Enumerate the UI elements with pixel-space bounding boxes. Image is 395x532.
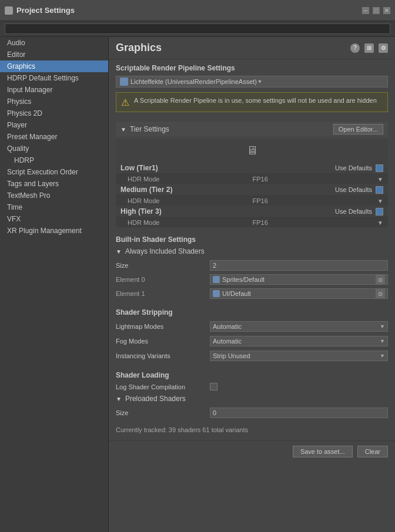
sidebar-item-hdrp[interactable]: HDRP [0, 154, 108, 166]
tier-low-hdr-value: FP16 [253, 176, 378, 183]
tier-low-checkbox[interactable] [376, 164, 383, 172]
unity-icon [5, 6, 13, 15]
shader-stripping-section: Shader Stripping Lightmap Modes Automati… [109, 305, 395, 368]
sidebar-item-graphics[interactable]: Graphics [0, 60, 108, 72]
element-1-picker-button[interactable]: ⊙ [376, 289, 385, 298]
size-input[interactable] [210, 260, 388, 271]
warning-text: A Scriptable Render Pipeline is in use, … [134, 96, 377, 105]
srp-asset-icon [120, 78, 128, 86]
content-area: Graphics ? ⊞ ⚙ Scriptable Render Pipelin… [109, 37, 395, 532]
element-1-picker[interactable]: UI/Default ⊙ [210, 288, 388, 299]
tier-high-hdr-value: FP16 [253, 219, 378, 226]
sidebar-item-quality[interactable]: Quality [0, 143, 108, 154]
srp-arrow: ▼ [257, 79, 384, 85]
sidebar-item-time[interactable]: Time [0, 201, 108, 213]
layout-icon[interactable]: ⊞ [364, 43, 374, 53]
tier-low-hdr-row: HDR Mode FP16 ▼ [116, 174, 388, 184]
sidebar-item-textmesh[interactable]: TextMesh Pro [0, 190, 108, 201]
clear-button[interactable]: Clear [357, 446, 388, 457]
tier-high-row: High (Tier 3) Use Defaults [116, 206, 388, 218]
sidebar-item-tags-layers[interactable]: Tags and Layers [0, 178, 108, 190]
preloaded-arrow[interactable]: ▼ [116, 396, 122, 402]
tier-low-label: Low (Tier1) [120, 164, 335, 172]
sidebar-item-script-execution[interactable]: Script Execution Order [0, 166, 108, 178]
tier-settings-label: Tier Settings [130, 125, 333, 133]
log-shader-row: Log Shader Compilation [116, 382, 388, 392]
srp-asset-name: Lichteffekte (UniversalRenderPipelineAss… [130, 78, 257, 85]
sidebar-item-vfx[interactable]: VFX [0, 213, 108, 225]
fog-row: Fog Modes Automatic ▼ [116, 335, 388, 348]
preloaded-label: Preloaded Shaders [125, 395, 186, 403]
sidebar-item-hdrp-default[interactable]: HDRP Default Settings [0, 72, 108, 84]
main-layout: Audio Editor Graphics HDRP Default Setti… [0, 37, 395, 532]
fog-dropdown[interactable]: Automatic ▼ [210, 336, 388, 346]
save-to-asset-button[interactable]: Save to asset... [293, 446, 353, 457]
monitor-area: 🖥 [116, 139, 388, 162]
element-0-icon [213, 276, 220, 283]
open-editor-button[interactable]: Open Editor... [333, 124, 383, 134]
fog-label: Fog Modes [116, 338, 210, 345]
element-0-row: Element 0 Sprites/Default ⊙ [116, 273, 388, 286]
instancing-dropdown[interactable]: Strip Unused ▼ [210, 351, 388, 361]
tier-low-hdr-label: HDR Mode [128, 176, 253, 183]
minimize-button[interactable]: ─ [362, 7, 369, 14]
page-title: Graphics [116, 42, 350, 54]
instancing-label: Instancing Variants [116, 352, 210, 359]
srp-asset-row: Lichteffekte (UniversalRenderPipelineAss… [116, 76, 388, 87]
tier-collapse-arrow[interactable]: ▼ [120, 126, 126, 133]
sidebar-item-preset-manager[interactable]: Preset Manager [0, 131, 108, 143]
sidebar-item-player[interactable]: Player [0, 119, 108, 131]
shader-loading-title: Shader Loading [116, 371, 388, 379]
tier-high-checkbox[interactable] [376, 208, 383, 216]
preloaded-size-input[interactable] [210, 408, 388, 418]
tier-low-defaults-label: Use Defaults [335, 164, 372, 171]
stripping-title: Shader Stripping [116, 308, 388, 316]
search-input[interactable] [5, 23, 390, 34]
srp-asset-picker[interactable]: Lichteffekte (UniversalRenderPipelineAss… [116, 76, 388, 87]
tier-high-defaults-label: Use Defaults [335, 208, 372, 215]
content-header: Graphics ? ⊞ ⚙ [109, 37, 395, 59]
warning-icon: ⚠ [121, 97, 129, 108]
lightmap-row: Lightmap Modes Automatic ▼ [116, 320, 388, 333]
tier-low-row: Low (Tier1) Use Defaults [116, 162, 388, 174]
window-controls: ─ □ ✕ [362, 7, 390, 14]
tier-medium-hdr-arrow: ▼ [377, 198, 383, 204]
help-icon[interactable]: ? [350, 43, 360, 53]
bottom-bar: Save to asset... Clear [109, 440, 395, 462]
lightmap-label: Lightmap Modes [116, 323, 210, 330]
fog-value: Automatic [213, 338, 242, 345]
element-0-label: Element 0 [116, 276, 210, 283]
sidebar-item-audio[interactable]: Audio [0, 37, 108, 49]
lightmap-value: Automatic [213, 323, 242, 330]
sidebar-item-physics2d[interactable]: Physics 2D [0, 107, 108, 119]
sidebar-item-editor[interactable]: Editor [0, 49, 108, 60]
srp-section: Scriptable Render Pipeline Settings Lich… [109, 59, 395, 122]
sidebar-item-physics[interactable]: Physics [0, 96, 108, 107]
tier-medium-label: Medium (Tier 2) [120, 186, 335, 194]
lightmap-dropdown[interactable]: Automatic ▼ [210, 321, 388, 332]
settings-icon[interactable]: ⚙ [379, 43, 388, 53]
element-1-name: UI/Default [222, 290, 376, 297]
element-0-picker-button[interactable]: ⊙ [376, 275, 385, 284]
shader-loading-section: Shader Loading Log Shader Compilation ▼ … [109, 368, 395, 424]
log-shader-label: Log Shader Compilation [116, 383, 210, 390]
element-0-picker[interactable]: Sprites/Default ⊙ [210, 274, 388, 285]
tier-medium-checkbox[interactable] [376, 186, 383, 194]
sidebar-item-input-manager[interactable]: Input Manager [0, 84, 108, 96]
close-button[interactable]: ✕ [383, 7, 390, 14]
srp-title: Scriptable Render Pipeline Settings [116, 64, 388, 72]
log-shader-checkbox[interactable] [210, 383, 217, 390]
sidebar-item-xr[interactable]: XR Plugin Management [0, 225, 108, 237]
always-included-header: ▼ Always Included Shaders [116, 246, 388, 257]
search-bar [0, 21, 395, 37]
element-1-label: Element 1 [116, 290, 210, 297]
element-1-row: Element 1 UI/Default ⊙ [116, 287, 388, 300]
title-bar: Project Settings ─ □ ✕ [0, 0, 395, 21]
always-included-arrow[interactable]: ▼ [116, 248, 122, 255]
maximize-button[interactable]: □ [373, 7, 380, 14]
instancing-row: Instancing Variants Strip Unused ▼ [116, 349, 388, 362]
tier-high-hdr-row: HDR Mode FP16 ▼ [116, 218, 388, 227]
tier-high-hdr-label: HDR Mode [128, 219, 253, 226]
fog-arrow: ▼ [380, 338, 385, 344]
always-included-label: Always Included Shaders [125, 247, 205, 255]
